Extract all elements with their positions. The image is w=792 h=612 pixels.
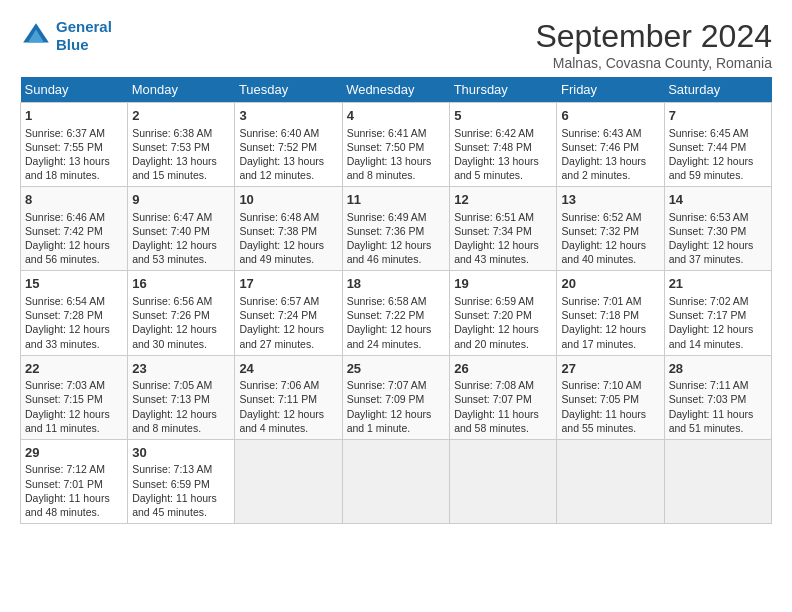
daylight: Daylight: 12 hours and 14 minutes. [669,323,754,349]
week-row: 22Sunrise: 7:03 AMSunset: 7:15 PMDayligh… [21,355,772,439]
day-number: 16 [132,275,230,293]
sunset: Sunset: 7:26 PM [132,309,210,321]
day-cell: 20Sunrise: 7:01 AMSunset: 7:18 PMDayligh… [557,271,664,355]
day-number: 19 [454,275,552,293]
day-cell: 7Sunrise: 6:45 AMSunset: 7:44 PMDaylight… [664,103,771,187]
daylight: Daylight: 11 hours and 55 minutes. [561,408,646,434]
day-number: 30 [132,444,230,462]
logo: General Blue [20,18,112,54]
sunset: Sunset: 7:36 PM [347,225,425,237]
sunrise: Sunrise: 6:49 AM [347,211,427,223]
sunset: Sunset: 7:01 PM [25,478,103,490]
sunset: Sunset: 7:05 PM [561,393,639,405]
day-header-tuesday: Tuesday [235,77,342,103]
day-header-sunday: Sunday [21,77,128,103]
daylight: Daylight: 12 hours and 4 minutes. [239,408,324,434]
sunrise: Sunrise: 6:56 AM [132,295,212,307]
sunrise: Sunrise: 6:43 AM [561,127,641,139]
sunset: Sunset: 7:53 PM [132,141,210,153]
day-cell: 24Sunrise: 7:06 AMSunset: 7:11 PMDayligh… [235,355,342,439]
sunrise: Sunrise: 7:06 AM [239,379,319,391]
day-header-saturday: Saturday [664,77,771,103]
day-cell: 8Sunrise: 6:46 AMSunset: 7:42 PMDaylight… [21,187,128,271]
sunset: Sunset: 7:28 PM [25,309,103,321]
day-header-friday: Friday [557,77,664,103]
daylight: Daylight: 12 hours and 17 minutes. [561,323,646,349]
daylight: Daylight: 12 hours and 24 minutes. [347,323,432,349]
sunset: Sunset: 7:52 PM [239,141,317,153]
day-header-wednesday: Wednesday [342,77,450,103]
sunrise: Sunrise: 6:51 AM [454,211,534,223]
day-number: 20 [561,275,659,293]
daylight: Daylight: 11 hours and 45 minutes. [132,492,217,518]
daylight: Daylight: 12 hours and 59 minutes. [669,155,754,181]
sunrise: Sunrise: 6:59 AM [454,295,534,307]
sunset: Sunset: 7:42 PM [25,225,103,237]
day-cell: 12Sunrise: 6:51 AMSunset: 7:34 PMDayligh… [450,187,557,271]
daylight: Daylight: 12 hours and 40 minutes. [561,239,646,265]
day-cell: 29Sunrise: 7:12 AMSunset: 7:01 PMDayligh… [21,439,128,523]
daylight: Daylight: 13 hours and 2 minutes. [561,155,646,181]
logo-icon [20,20,52,52]
sunset: Sunset: 7:38 PM [239,225,317,237]
day-number: 4 [347,107,446,125]
day-cell [664,439,771,523]
day-cell: 1Sunrise: 6:37 AMSunset: 7:55 PMDaylight… [21,103,128,187]
sunrise: Sunrise: 6:41 AM [347,127,427,139]
day-number: 5 [454,107,552,125]
sunrise: Sunrise: 7:08 AM [454,379,534,391]
daylight: Daylight: 12 hours and 56 minutes. [25,239,110,265]
daylight: Daylight: 12 hours and 49 minutes. [239,239,324,265]
day-cell: 30Sunrise: 7:13 AMSunset: 6:59 PMDayligh… [128,439,235,523]
sunrise: Sunrise: 6:54 AM [25,295,105,307]
sunrise: Sunrise: 6:52 AM [561,211,641,223]
sunrise: Sunrise: 7:03 AM [25,379,105,391]
day-number: 28 [669,360,767,378]
daylight: Daylight: 12 hours and 53 minutes. [132,239,217,265]
day-cell [235,439,342,523]
sunset: Sunset: 7:03 PM [669,393,747,405]
day-number: 7 [669,107,767,125]
daylight: Daylight: 13 hours and 15 minutes. [132,155,217,181]
day-number: 18 [347,275,446,293]
daylight: Daylight: 12 hours and 20 minutes. [454,323,539,349]
daylight: Daylight: 13 hours and 8 minutes. [347,155,432,181]
daylight: Daylight: 12 hours and 43 minutes. [454,239,539,265]
day-number: 15 [25,275,123,293]
daylight: Daylight: 12 hours and 11 minutes. [25,408,110,434]
daylight: Daylight: 12 hours and 1 minute. [347,408,432,434]
day-cell: 10Sunrise: 6:48 AMSunset: 7:38 PMDayligh… [235,187,342,271]
day-cell: 18Sunrise: 6:58 AMSunset: 7:22 PMDayligh… [342,271,450,355]
day-number: 14 [669,191,767,209]
day-cell: 28Sunrise: 7:11 AMSunset: 7:03 PMDayligh… [664,355,771,439]
day-number: 17 [239,275,337,293]
sunrise: Sunrise: 6:40 AM [239,127,319,139]
day-cell: 13Sunrise: 6:52 AMSunset: 7:32 PMDayligh… [557,187,664,271]
header-row-days: SundayMondayTuesdayWednesdayThursdayFrid… [21,77,772,103]
daylight: Daylight: 11 hours and 58 minutes. [454,408,539,434]
sunrise: Sunrise: 6:37 AM [25,127,105,139]
logo-text: General Blue [56,18,112,54]
day-cell: 21Sunrise: 7:02 AMSunset: 7:17 PMDayligh… [664,271,771,355]
day-number: 23 [132,360,230,378]
daylight: Daylight: 12 hours and 8 minutes. [132,408,217,434]
daylight: Daylight: 12 hours and 30 minutes. [132,323,217,349]
sunset: Sunset: 7:40 PM [132,225,210,237]
day-number: 27 [561,360,659,378]
daylight: Daylight: 12 hours and 33 minutes. [25,323,110,349]
sunrise: Sunrise: 7:12 AM [25,463,105,475]
sunrise: Sunrise: 7:05 AM [132,379,212,391]
sunrise: Sunrise: 7:13 AM [132,463,212,475]
sunset: Sunset: 6:59 PM [132,478,210,490]
day-cell [557,439,664,523]
sunrise: Sunrise: 6:46 AM [25,211,105,223]
sunset: Sunset: 7:22 PM [347,309,425,321]
sunrise: Sunrise: 7:11 AM [669,379,749,391]
page-container: General Blue September 2024 Malnas, Cova… [0,0,792,534]
day-header-thursday: Thursday [450,77,557,103]
sunset: Sunset: 7:46 PM [561,141,639,153]
week-row: 15Sunrise: 6:54 AMSunset: 7:28 PMDayligh… [21,271,772,355]
sunrise: Sunrise: 6:48 AM [239,211,319,223]
week-row: 8Sunrise: 6:46 AMSunset: 7:42 PMDaylight… [21,187,772,271]
sunset: Sunset: 7:15 PM [25,393,103,405]
